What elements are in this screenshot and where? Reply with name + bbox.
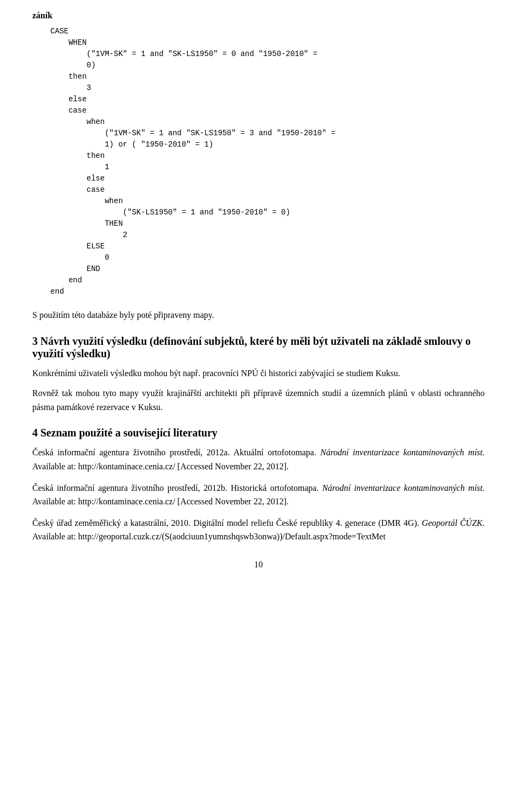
bib3-text1: Český úřad zeměměřický a katastrální, 20… — [32, 518, 422, 528]
section3-paragraph2: Rovněž tak mohou tyto mapy využít krajin… — [32, 386, 485, 414]
bib2-italic: Národní inventarizace kontaminovaných mí… — [322, 483, 485, 492]
bibliography-entry-3: Český úřad zeměměřický a katastrální, 20… — [32, 516, 485, 544]
bib3-text2: Available at: http://geoportal.cuzk.cz/(… — [32, 532, 386, 541]
zanik-heading: záník — [32, 11, 485, 20]
intro-paragraph: S použitím této databáze byly poté připr… — [32, 308, 485, 322]
bib1-text2: Available at: http://kontaminace.cenia.c… — [32, 462, 289, 471]
bibliography-entry-2: Česká informační agentura životního pros… — [32, 481, 485, 509]
code-block: CASE WHEN ("1VM-SK" = 1 and "SK-LS1950" … — [32, 26, 485, 297]
section4-heading: 4 Seznam použité a související literatur… — [32, 427, 485, 439]
bib2-text1: Česká informační agentura životního pros… — [32, 483, 322, 492]
section3-paragraph1: Konkrétními uživateli výsledku mohou být… — [32, 366, 485, 380]
bib1-italic: Národní inventarizace kontaminovaných mí… — [320, 448, 485, 457]
bibliography-entry-1: Česká informační agentura životního pros… — [32, 446, 485, 473]
bib2-text2: Available at: http://kontaminace.cenia.c… — [32, 497, 289, 506]
bib3-italic: Geoportál ČÚZK. — [422, 518, 485, 528]
page-number: 10 — [32, 560, 485, 570]
bib1-text1: Česká informační agentura životního pros… — [32, 448, 320, 457]
section3-heading: 3 Návrh využití výsledku (definování sub… — [32, 335, 485, 360]
